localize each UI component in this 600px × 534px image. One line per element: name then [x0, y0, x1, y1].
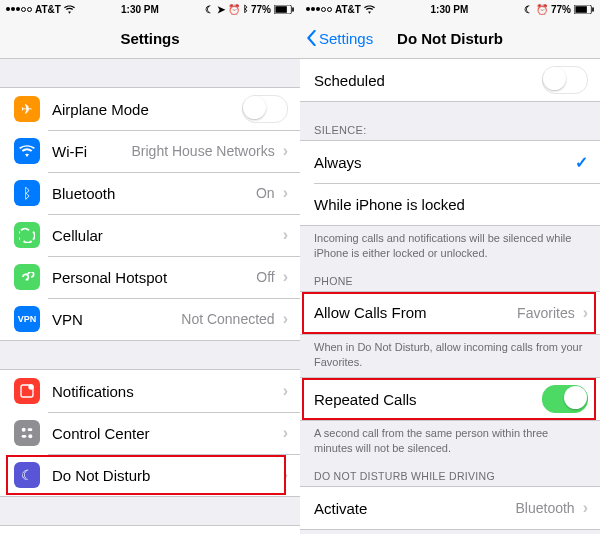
svg-rect-2: [292, 7, 294, 11]
svg-point-4: [28, 384, 33, 389]
cellular-icon: [14, 222, 40, 248]
system-group: Notifications › Control Center › ☾ Do No…: [0, 369, 300, 497]
vpn-icon: VPN: [14, 306, 40, 332]
page-title: Settings: [120, 30, 179, 47]
row-label: Notifications: [52, 383, 134, 400]
row-detail: Not Connected: [181, 311, 274, 327]
chevron-icon: ›: [283, 466, 288, 484]
alarm-icon: ⏰: [228, 4, 240, 15]
repeated-calls-row[interactable]: Repeated Calls: [300, 378, 600, 420]
chevron-icon: ›: [283, 310, 288, 328]
notifications-icon: [14, 378, 40, 404]
checkmark-icon: ✓: [575, 153, 588, 172]
svg-rect-1: [275, 6, 286, 13]
repeated-calls-toggle[interactable]: [542, 385, 588, 413]
status-bar: AT&T 1:30 PM ☾ ➤ ⏰ ᛒ 77%: [0, 0, 300, 18]
chevron-icon: ›: [283, 382, 288, 400]
back-button[interactable]: Settings: [306, 30, 373, 47]
row-label: Always: [314, 154, 362, 171]
allow-footer: When in Do Not Disturb, allow incoming c…: [300, 335, 600, 378]
svg-point-8: [28, 434, 32, 438]
nav-bar: Settings Do Not Disturb: [300, 18, 600, 59]
scheduled-toggle[interactable]: [542, 66, 588, 94]
repeated-footer: A second call from the same person withi…: [300, 421, 600, 464]
bluetooth-icon: ᛒ: [14, 180, 40, 206]
row-label: Bluetooth: [52, 185, 115, 202]
alarm-icon: ⏰: [536, 4, 548, 15]
svg-rect-12: [575, 6, 586, 13]
row-detail: Bluetooth: [516, 500, 575, 516]
chevron-icon: ›: [283, 184, 288, 202]
wifi-icon: [14, 138, 40, 164]
page-title: Do Not Disturb: [397, 30, 503, 47]
row-label: Airplane Mode: [52, 101, 149, 118]
row-label: Scheduled: [314, 72, 385, 89]
silence-header: SILENCE:: [300, 102, 600, 140]
chevron-icon: ›: [283, 268, 288, 286]
chevron-left-icon: [306, 30, 317, 46]
back-label: Settings: [319, 30, 373, 47]
clock-label: 1:30 PM: [121, 4, 159, 15]
control-center-icon: [14, 420, 40, 446]
battery-icon: [574, 5, 594, 14]
svg-point-5: [22, 428, 26, 432]
wifi-row[interactable]: Wi-Fi Bright House Networks ›: [0, 130, 300, 172]
moon-icon: ☾: [205, 4, 214, 15]
battery-icon: [274, 5, 294, 14]
bluetooth-row[interactable]: ᛒ Bluetooth On ›: [0, 172, 300, 214]
row-label: Activate: [314, 500, 367, 517]
row-label: Wi-Fi: [52, 143, 87, 160]
row-detail: Favorites: [517, 305, 575, 321]
vpn-row[interactable]: VPN VPN Not Connected ›: [0, 298, 300, 340]
location-icon: ➤: [217, 4, 225, 15]
moon-icon: ☾: [14, 462, 40, 488]
airplane-mode-row[interactable]: ✈ Airplane Mode: [0, 88, 300, 130]
silence-always-row[interactable]: Always ✓: [300, 141, 600, 183]
bluetooth-icon: ᛒ: [243, 4, 248, 14]
signal-icon: [306, 7, 332, 12]
svg-rect-6: [28, 428, 33, 431]
row-label: Repeated Calls: [314, 391, 417, 408]
wifi-icon: [364, 5, 375, 14]
carrier-label: AT&T: [335, 4, 361, 15]
row-label: Control Center: [52, 425, 150, 442]
row-detail: On: [256, 185, 275, 201]
silence-footer: Incoming calls and notifications will be…: [300, 226, 600, 269]
carrier-label: AT&T: [35, 4, 61, 15]
silence-locked-row[interactable]: While iPhone is locked: [300, 183, 600, 225]
row-label: Personal Hotspot: [52, 269, 167, 286]
airplane-mode-toggle[interactable]: [242, 95, 288, 123]
chevron-icon: ›: [583, 499, 588, 517]
status-bar: AT&T 1:30 PM ☾ ⏰ 77%: [300, 0, 600, 18]
svg-rect-7: [22, 435, 27, 438]
row-label: VPN: [52, 311, 83, 328]
hotspot-icon: [14, 264, 40, 290]
chevron-icon: ›: [583, 304, 588, 322]
allow-calls-row[interactable]: Allow Calls From Favorites ›: [300, 292, 600, 334]
personal-hotspot-row[interactable]: Personal Hotspot Off ›: [0, 256, 300, 298]
row-label: Cellular: [52, 227, 103, 244]
clock-label: 1:30 PM: [431, 4, 469, 15]
notifications-row[interactable]: Notifications ›: [0, 370, 300, 412]
row-detail: Off: [256, 269, 274, 285]
do-not-disturb-row[interactable]: ☾ Do Not Disturb ›: [0, 454, 300, 496]
row-label: While iPhone is locked: [314, 196, 465, 213]
wifi-icon: [64, 5, 75, 14]
row-label: Allow Calls From: [314, 304, 427, 321]
chevron-icon: ›: [283, 226, 288, 244]
signal-icon: [6, 7, 32, 12]
chevron-icon: ›: [283, 424, 288, 442]
row-detail: Bright House Networks: [132, 143, 275, 159]
cellular-row[interactable]: Cellular ›: [0, 214, 300, 256]
phone-header: PHONE: [300, 269, 600, 291]
airplane-icon: ✈: [14, 96, 40, 122]
nav-bar: Settings: [0, 18, 300, 59]
settings-screen: AT&T 1:30 PM ☾ ➤ ⏰ ᛒ 77% Settings ✈ Airp…: [0, 0, 300, 534]
scheduled-row[interactable]: Scheduled: [300, 59, 600, 101]
activate-row[interactable]: Activate Bluetooth ›: [300, 487, 600, 529]
chevron-icon: ›: [283, 142, 288, 160]
general-row[interactable]: General ›: [0, 526, 300, 534]
battery-pct-label: 77%: [551, 4, 571, 15]
control-center-row[interactable]: Control Center ›: [0, 412, 300, 454]
connectivity-group: ✈ Airplane Mode Wi-Fi Bright House Netwo…: [0, 87, 300, 341]
